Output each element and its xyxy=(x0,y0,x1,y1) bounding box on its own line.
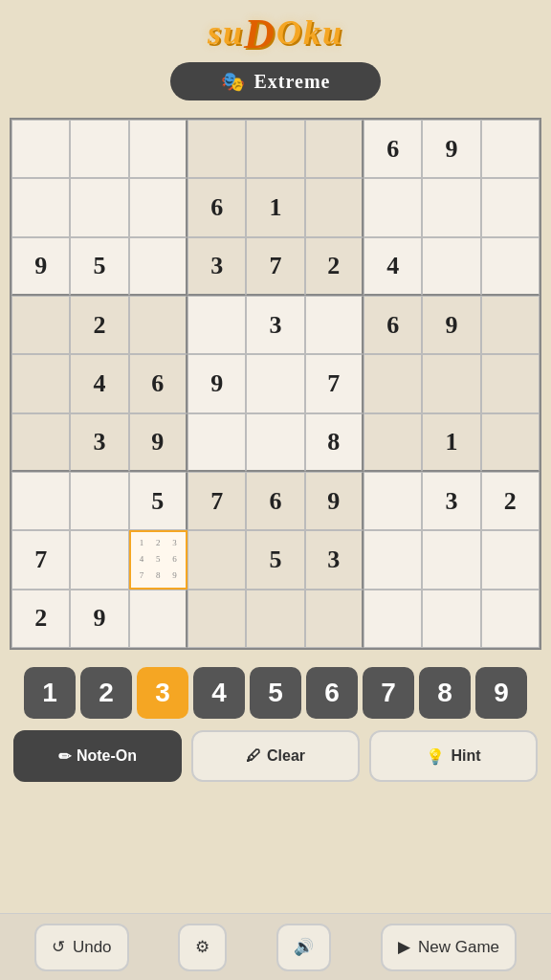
app-logo: suDOku xyxy=(208,10,343,58)
cell-2-6[interactable]: 4 xyxy=(364,237,422,296)
eraser-icon: 🖊 xyxy=(246,747,261,765)
cell-0-0[interactable] xyxy=(11,120,70,178)
cell-5-6[interactable] xyxy=(364,413,422,472)
cell-7-6[interactable] xyxy=(364,530,422,589)
cell-3-5[interactable] xyxy=(305,296,364,354)
cell-2-4[interactable]: 7 xyxy=(246,237,304,296)
numpad-btn-8[interactable]: 8 xyxy=(419,667,471,719)
cell-4-0[interactable] xyxy=(11,354,70,412)
cell-6-6[interactable] xyxy=(364,472,422,530)
cell-3-0[interactable] xyxy=(11,296,70,354)
cell-8-7[interactable] xyxy=(422,590,480,648)
numpad-btn-7[interactable]: 7 xyxy=(363,667,414,719)
cell-1-3[interactable]: 6 xyxy=(187,178,246,236)
cell-4-1[interactable]: 4 xyxy=(70,354,128,412)
cell-8-0[interactable]: 2 xyxy=(11,590,70,648)
cell-6-3[interactable]: 7 xyxy=(187,472,246,530)
cell-7-4[interactable]: 5 xyxy=(246,530,304,589)
cell-5-3[interactable] xyxy=(187,413,246,472)
cell-2-8[interactable] xyxy=(481,237,540,296)
new-game-button[interactable]: ▶ New Game xyxy=(381,924,517,971)
cell-6-0[interactable] xyxy=(11,472,70,530)
numpad-btn-3[interactable]: 3 xyxy=(137,667,188,719)
cell-0-1[interactable] xyxy=(70,120,128,178)
cell-6-5[interactable]: 9 xyxy=(305,472,364,530)
cell-6-7[interactable]: 3 xyxy=(422,472,480,530)
cell-5-8[interactable] xyxy=(481,413,540,472)
numpad-btn-6[interactable]: 6 xyxy=(306,667,358,719)
cell-7-3[interactable] xyxy=(187,530,246,589)
cell-4-2[interactable]: 6 xyxy=(129,354,187,412)
cell-1-7[interactable] xyxy=(422,178,480,236)
cell-4-4[interactable] xyxy=(246,354,304,412)
cell-1-2[interactable] xyxy=(129,178,187,236)
numpad-btn-1[interactable]: 1 xyxy=(24,667,76,719)
cell-0-5[interactable] xyxy=(305,120,364,178)
cell-0-8[interactable] xyxy=(481,120,540,178)
cell-3-4[interactable]: 3 xyxy=(246,296,304,354)
cell-6-2[interactable]: 5 xyxy=(129,472,187,530)
cell-8-1[interactable]: 9 xyxy=(70,590,128,648)
cell-3-1[interactable]: 2 xyxy=(70,296,128,354)
cell-4-7[interactable] xyxy=(422,354,480,412)
cell-3-8[interactable] xyxy=(481,296,540,354)
cell-2-5[interactable]: 2 xyxy=(305,237,364,296)
cell-6-8[interactable]: 2 xyxy=(481,472,540,530)
cell-0-7[interactable]: 9 xyxy=(422,120,480,178)
numpad-btn-4[interactable]: 4 xyxy=(193,667,245,719)
note-on-button[interactable]: ✏ Note-On xyxy=(13,730,182,782)
cell-2-1[interactable]: 5 xyxy=(70,237,128,296)
cell-2-3[interactable]: 3 xyxy=(187,237,246,296)
sound-button[interactable]: 🔊 xyxy=(276,924,331,971)
cell-8-3[interactable] xyxy=(187,590,246,648)
cell-5-0[interactable] xyxy=(11,413,70,472)
cell-6-4[interactable]: 6 xyxy=(246,472,304,530)
clear-button[interactable]: 🖊 Clear xyxy=(191,730,360,782)
undo-button[interactable]: ↺ Undo xyxy=(34,924,129,971)
cell-7-0[interactable]: 7 xyxy=(11,530,70,589)
cell-8-6[interactable] xyxy=(364,590,422,648)
cell-8-8[interactable] xyxy=(481,590,540,648)
cell-0-3[interactable] xyxy=(187,120,246,178)
numpad-btn-5[interactable]: 5 xyxy=(250,667,301,719)
cell-1-4[interactable]: 1 xyxy=(246,178,304,236)
cell-5-2[interactable]: 9 xyxy=(129,413,187,472)
cell-3-6[interactable]: 6 xyxy=(364,296,422,354)
cell-8-5[interactable] xyxy=(305,590,364,648)
sudoku-grid[interactable]: 6961953724236946973981576932712345678953… xyxy=(10,118,541,650)
cell-0-4[interactable] xyxy=(246,120,304,178)
cell-4-6[interactable] xyxy=(364,354,422,412)
cell-2-7[interactable] xyxy=(422,237,480,296)
cell-5-5[interactable]: 8 xyxy=(305,413,364,472)
cell-5-4[interactable] xyxy=(246,413,304,472)
cell-8-2[interactable] xyxy=(129,590,187,648)
cell-4-8[interactable] xyxy=(481,354,540,412)
cell-2-0[interactable]: 9 xyxy=(11,237,70,296)
settings-button[interactable]: ⚙ xyxy=(178,924,227,971)
cell-1-6[interactable] xyxy=(364,178,422,236)
cell-0-6[interactable]: 6 xyxy=(364,120,422,178)
cell-5-1[interactable]: 3 xyxy=(70,413,128,472)
cell-1-0[interactable] xyxy=(11,178,70,236)
cell-0-2[interactable] xyxy=(129,120,187,178)
cell-3-7[interactable]: 9 xyxy=(422,296,480,354)
cell-7-2[interactable]: 123456789 xyxy=(129,530,187,589)
cell-3-3[interactable] xyxy=(187,296,246,354)
cell-7-7[interactable] xyxy=(422,530,480,589)
cell-7-1[interactable] xyxy=(70,530,128,589)
cell-6-1[interactable] xyxy=(70,472,128,530)
numpad-btn-9[interactable]: 9 xyxy=(475,667,527,719)
cell-7-8[interactable] xyxy=(481,530,540,589)
hint-button[interactable]: 💡 Hint xyxy=(369,730,538,782)
cell-3-2[interactable] xyxy=(129,296,187,354)
cell-1-8[interactable] xyxy=(481,178,540,236)
cell-5-7[interactable]: 1 xyxy=(422,413,480,472)
cell-8-4[interactable] xyxy=(246,590,304,648)
cell-4-3[interactable]: 9 xyxy=(187,354,246,412)
cell-2-2[interactable] xyxy=(129,237,187,296)
cell-7-5[interactable]: 3 xyxy=(305,530,364,589)
numpad-btn-2[interactable]: 2 xyxy=(80,667,132,719)
cell-1-1[interactable] xyxy=(70,178,128,236)
cell-4-5[interactable]: 7 xyxy=(305,354,364,412)
cell-1-5[interactable] xyxy=(305,178,364,236)
